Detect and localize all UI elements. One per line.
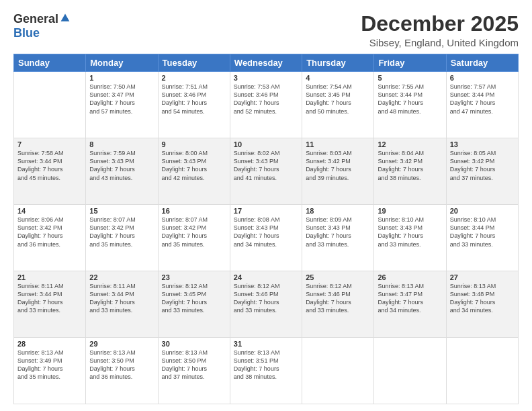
day-number: 6 [450, 74, 515, 82]
day-info: Sunrise: 8:03 AM Sunset: 3:42 PM Dayligh… [306, 149, 370, 182]
logo-general-text: General [13, 12, 58, 26]
day-number: 21 [17, 273, 82, 281]
day-number: 9 [162, 140, 226, 148]
table-row [374, 338, 446, 404]
day-number: 17 [234, 207, 298, 215]
day-number: 31 [234, 340, 298, 348]
day-number: 7 [17, 140, 82, 148]
day-info: Sunrise: 8:11 AM Sunset: 3:44 PM Dayligh… [89, 282, 154, 315]
day-info: Sunrise: 8:13 AM Sunset: 3:51 PM Dayligh… [234, 349, 298, 381]
table-row [14, 72, 86, 138]
day-number: 22 [89, 273, 154, 281]
table-row: 4Sunrise: 7:54 AM Sunset: 3:45 PM Daylig… [302, 72, 374, 138]
day-number: 13 [450, 140, 515, 148]
day-info: Sunrise: 7:55 AM Sunset: 3:44 PM Dayligh… [378, 83, 442, 116]
day-number: 11 [306, 140, 370, 148]
logo-icon [60, 13, 71, 24]
day-info: Sunrise: 8:00 AM Sunset: 3:43 PM Dayligh… [162, 149, 226, 182]
table-row: 7Sunrise: 7:58 AM Sunset: 3:44 PM Daylig… [14, 138, 86, 205]
day-number: 12 [378, 140, 442, 148]
page: General Blue December 2025 Sibsey, Engla… [0, 0, 532, 411]
table-row: 1Sunrise: 7:50 AM Sunset: 3:47 PM Daylig… [86, 72, 158, 138]
day-number: 29 [89, 340, 154, 348]
table-row: 26Sunrise: 8:13 AM Sunset: 3:47 PM Dayli… [374, 271, 446, 338]
table-row: 19Sunrise: 8:10 AM Sunset: 3:43 PM Dayli… [374, 205, 446, 271]
main-title: December 2025 [361, 12, 519, 36]
day-info: Sunrise: 7:58 AM Sunset: 3:44 PM Dayligh… [17, 149, 82, 182]
subtitle: Sibsey, England, United Kingdom [361, 37, 519, 48]
day-info: Sunrise: 8:11 AM Sunset: 3:44 PM Dayligh… [17, 282, 82, 315]
day-info: Sunrise: 7:59 AM Sunset: 3:43 PM Dayligh… [89, 149, 154, 182]
day-info: Sunrise: 7:53 AM Sunset: 3:46 PM Dayligh… [234, 83, 298, 116]
table-row: 25Sunrise: 8:12 AM Sunset: 3:46 PM Dayli… [302, 271, 374, 338]
table-row [446, 338, 518, 404]
table-row: 15Sunrise: 8:07 AM Sunset: 3:42 PM Dayli… [86, 205, 158, 271]
day-info: Sunrise: 7:54 AM Sunset: 3:45 PM Dayligh… [306, 83, 370, 116]
calendar-week-2: 7Sunrise: 7:58 AM Sunset: 3:44 PM Daylig… [14, 138, 519, 205]
day-number: 19 [378, 207, 442, 215]
day-number: 5 [378, 74, 442, 82]
table-row: 16Sunrise: 8:07 AM Sunset: 3:42 PM Dayli… [158, 205, 230, 271]
col-tuesday: Tuesday [158, 54, 230, 72]
day-info: Sunrise: 8:08 AM Sunset: 3:43 PM Dayligh… [234, 216, 298, 248]
calendar: Sunday Monday Tuesday Wednesday Thursday… [13, 54, 519, 404]
table-row: 6Sunrise: 7:57 AM Sunset: 3:44 PM Daylig… [446, 72, 518, 138]
day-number: 30 [162, 340, 226, 348]
day-info: Sunrise: 8:06 AM Sunset: 3:42 PM Dayligh… [17, 216, 82, 248]
calendar-week-4: 21Sunrise: 8:11 AM Sunset: 3:44 PM Dayli… [14, 271, 519, 338]
col-friday: Friday [374, 54, 446, 72]
day-info: Sunrise: 8:13 AM Sunset: 3:49 PM Dayligh… [17, 349, 82, 381]
table-row: 8Sunrise: 7:59 AM Sunset: 3:43 PM Daylig… [86, 138, 158, 205]
header-row: Sunday Monday Tuesday Wednesday Thursday… [14, 54, 519, 72]
table-row: 22Sunrise: 8:11 AM Sunset: 3:44 PM Dayli… [86, 271, 158, 338]
day-number: 26 [378, 273, 442, 281]
logo-blue-text: Blue [13, 26, 40, 40]
calendar-week-3: 14Sunrise: 8:06 AM Sunset: 3:42 PM Dayli… [14, 205, 519, 271]
table-row: 17Sunrise: 8:08 AM Sunset: 3:43 PM Dayli… [230, 205, 302, 271]
day-number: 24 [234, 273, 298, 281]
title-block: December 2025 Sibsey, England, United Ki… [361, 12, 519, 48]
day-info: Sunrise: 7:57 AM Sunset: 3:44 PM Dayligh… [450, 83, 515, 116]
day-number: 16 [162, 207, 226, 215]
table-row: 21Sunrise: 8:11 AM Sunset: 3:44 PM Dayli… [14, 271, 86, 338]
day-info: Sunrise: 8:10 AM Sunset: 3:43 PM Dayligh… [378, 216, 442, 248]
day-number: 4 [306, 74, 370, 82]
day-info: Sunrise: 8:04 AM Sunset: 3:42 PM Dayligh… [378, 149, 442, 182]
table-row: 18Sunrise: 8:09 AM Sunset: 3:43 PM Dayli… [302, 205, 374, 271]
col-thursday: Thursday [302, 54, 374, 72]
day-number: 18 [306, 207, 370, 215]
table-row: 20Sunrise: 8:10 AM Sunset: 3:44 PM Dayli… [446, 205, 518, 271]
col-monday: Monday [86, 54, 158, 72]
day-info: Sunrise: 8:10 AM Sunset: 3:44 PM Dayligh… [450, 216, 515, 248]
table-row [302, 338, 374, 404]
day-info: Sunrise: 8:05 AM Sunset: 3:42 PM Dayligh… [450, 149, 515, 182]
table-row: 12Sunrise: 8:04 AM Sunset: 3:42 PM Dayli… [374, 138, 446, 205]
day-info: Sunrise: 8:12 AM Sunset: 3:46 PM Dayligh… [234, 282, 298, 315]
table-row: 30Sunrise: 8:13 AM Sunset: 3:50 PM Dayli… [158, 338, 230, 404]
table-row: 28Sunrise: 8:13 AM Sunset: 3:49 PM Dayli… [14, 338, 86, 404]
col-saturday: Saturday [446, 54, 518, 72]
day-number: 20 [450, 207, 515, 215]
table-row: 9Sunrise: 8:00 AM Sunset: 3:43 PM Daylig… [158, 138, 230, 205]
calendar-week-5: 28Sunrise: 8:13 AM Sunset: 3:49 PM Dayli… [14, 338, 519, 404]
day-number: 10 [234, 140, 298, 148]
header: General Blue December 2025 Sibsey, Engla… [13, 12, 519, 48]
day-info: Sunrise: 8:13 AM Sunset: 3:50 PM Dayligh… [162, 349, 226, 381]
day-number: 1 [89, 74, 154, 82]
logo: General Blue [13, 12, 71, 40]
day-number: 8 [89, 140, 154, 148]
table-row: 29Sunrise: 8:13 AM Sunset: 3:50 PM Dayli… [86, 338, 158, 404]
day-info: Sunrise: 8:13 AM Sunset: 3:47 PM Dayligh… [378, 282, 442, 315]
table-row: 11Sunrise: 8:03 AM Sunset: 3:42 PM Dayli… [302, 138, 374, 205]
svg-marker-0 [61, 13, 70, 21]
day-number: 15 [89, 207, 154, 215]
day-info: Sunrise: 8:07 AM Sunset: 3:42 PM Dayligh… [89, 216, 154, 248]
day-info: Sunrise: 8:12 AM Sunset: 3:45 PM Dayligh… [162, 282, 226, 315]
table-row: 27Sunrise: 8:13 AM Sunset: 3:48 PM Dayli… [446, 271, 518, 338]
day-number: 27 [450, 273, 515, 281]
table-row: 10Sunrise: 8:02 AM Sunset: 3:43 PM Dayli… [230, 138, 302, 205]
table-row: 23Sunrise: 8:12 AM Sunset: 3:45 PM Dayli… [158, 271, 230, 338]
day-number: 14 [17, 207, 82, 215]
table-row: 24Sunrise: 8:12 AM Sunset: 3:46 PM Dayli… [230, 271, 302, 338]
day-info: Sunrise: 8:13 AM Sunset: 3:50 PM Dayligh… [89, 349, 154, 381]
